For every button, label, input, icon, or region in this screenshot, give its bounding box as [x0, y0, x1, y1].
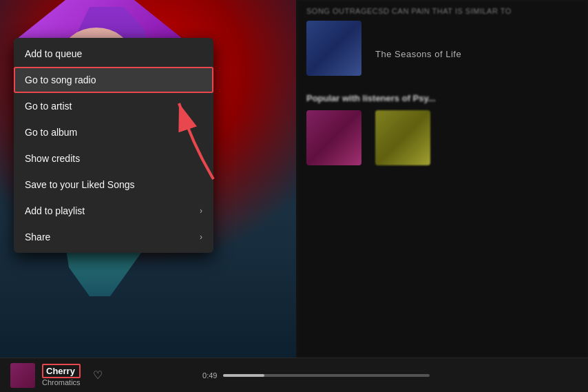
menu-item-go-to-song-radio[interactable]: Go to song radio [14, 67, 213, 93]
menu-item-save-liked-label: Save to your Liked Songs [25, 179, 202, 190]
popular-label: Popular with listeners of Psy... [306, 93, 578, 103]
track-artist: Chromatics [42, 378, 81, 386]
menu-item-go-to-album-label: Go to album [25, 127, 202, 138]
season-text: The Seasons of Life [375, 39, 461, 59]
top-panel-text: SONG OUTRAGECSD CAN PAIN THAT IS SIMILAR… [306, 7, 578, 15]
menu-item-save-liked[interactable]: Save to your Liked Songs [14, 172, 213, 198]
progress-fill [223, 374, 264, 377]
player-time: 0:49 [148, 371, 474, 380]
share-arrow-icon: › [200, 232, 202, 242]
track-info: Cherry Chromatics ♡ [10, 363, 148, 388]
top-section: SONG OUTRAGECSD CAN PAIN THAT IS SIMILAR… [306, 7, 578, 83]
menu-item-go-to-artist[interactable]: Go to artist [14, 93, 213, 119]
thumbnail-1 [306, 21, 361, 76]
context-menu: Add to queue Go to song radio Go to arti… [14, 38, 213, 253]
track-name[interactable]: Cherry [42, 364, 81, 378]
right-panel: SONG OUTRAGECSD CAN PAIN THAT IS SIMILAR… [296, 0, 588, 358]
menu-item-add-to-queue[interactable]: Add to queue [14, 41, 213, 67]
menu-item-go-to-song-radio-label: Go to song radio [25, 74, 202, 85]
menu-item-add-to-playlist-label: Add to playlist [25, 205, 200, 216]
popular-section: Popular with listeners of Psy... [306, 93, 578, 172]
menu-item-add-to-queue-label: Add to queue [25, 48, 202, 59]
menu-item-share[interactable]: Share › [14, 224, 213, 250]
menu-item-go-to-album[interactable]: Go to album [14, 119, 213, 145]
add-to-playlist-arrow-icon: › [200, 206, 202, 216]
like-button[interactable]: ♡ [93, 369, 103, 382]
player-controls: 0:49 [148, 371, 474, 380]
thumbnail-4 [375, 110, 430, 165]
current-time: 0:49 [193, 371, 218, 380]
thumbnail-3 [306, 110, 361, 165]
menu-item-add-to-playlist[interactable]: Add to playlist › [14, 198, 213, 224]
track-thumbnail [10, 363, 35, 388]
thumbnail-row-2 [306, 110, 578, 172]
menu-item-go-to-artist-label: Go to artist [25, 101, 202, 112]
progress-bar[interactable] [223, 374, 430, 377]
menu-item-share-label: Share [25, 231, 200, 243]
menu-item-show-credits[interactable]: Show credits [14, 145, 213, 172]
menu-item-show-credits-label: Show credits [25, 153, 202, 164]
player-bar: Cherry Chromatics ♡ 0:49 [0, 358, 588, 392]
thumbnail-row-1: The Seasons of Life [306, 21, 578, 83]
track-details: Cherry Chromatics [42, 364, 81, 386]
